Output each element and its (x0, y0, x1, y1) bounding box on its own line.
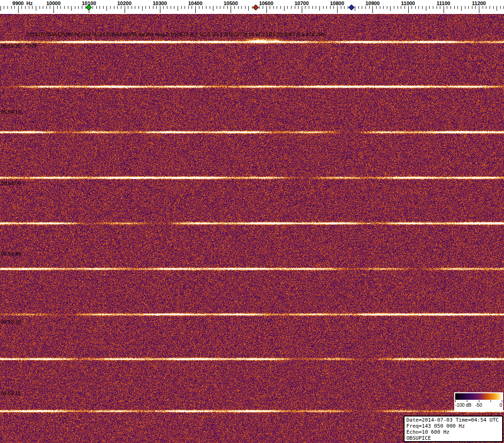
detection-annotation: 20140703045429380 hCnt42 nb-84 f10584 hi… (27, 32, 325, 37)
colorbar-panel: -100 dB -50 0 (454, 392, 503, 412)
colorbar-min-label: -100 dB (455, 403, 471, 408)
colorbar-tick (479, 400, 479, 402)
time-label: 06:54:30 (1, 43, 21, 49)
time-label: 06:53:30 (1, 319, 21, 324)
colorbar-tick (455, 400, 456, 402)
frequency-label: 10200 (117, 0, 132, 6)
colorbar-gradient (455, 393, 502, 400)
info-station-name: OBSUPICE (406, 435, 500, 441)
frequency-label: 10300 (153, 0, 167, 6)
info-date-line: Date=2014-07-03 Time=04:54 UTC (406, 417, 500, 423)
frequency-label: 10900 (365, 0, 380, 6)
info-echo-freq-line: Echo=10 600 Hz (406, 429, 500, 435)
ruler-tick-scale (0, 6, 504, 14)
frequency-label: 10400 (188, 0, 203, 6)
colorbar-labels: -100 dB -50 0 (455, 403, 502, 409)
frequency-label: 11200 (472, 0, 486, 6)
time-label: 06:53:15 (1, 390, 21, 396)
time-label: 06:54:15 (1, 109, 21, 115)
spectrogram-canvas[interactable] (0, 14, 504, 443)
frequency-label: 11000 (401, 0, 415, 6)
colorbar-tick (491, 400, 491, 402)
frequency-ruler: 9900Hz1000010100102001030010400105001060… (0, 0, 504, 14)
info-carrier-freq-line: Freq=143 050 000 Hz (406, 423, 500, 429)
frequency-label: 10500 (224, 0, 238, 6)
frequency-label: 9900 (13, 0, 24, 6)
spectrogram-app: 9900Hz1000010100102001030010400105001060… (0, 0, 504, 443)
time-offset-marker: ^t+29 (26, 43, 37, 48)
time-label: 06:53:45 (1, 251, 21, 257)
colorbar-mid-label: -50 (475, 403, 482, 408)
frequency-label: 10800 (330, 0, 345, 6)
frequency-label: 11100 (437, 0, 450, 6)
colorbar-tick (502, 400, 502, 402)
frequency-unit-label: Hz (27, 0, 33, 6)
colorbar-max-label: 0 (499, 403, 502, 408)
spectrogram-area: 20140703045429380 hCnt42 nb-84 f10584 hi… (0, 14, 504, 443)
info-box: Date=2014-07-03 Time=04:54 UTC Freq=143 … (404, 416, 503, 442)
frequency-label: 10700 (294, 0, 309, 6)
time-label: 06:54:00 (1, 180, 21, 186)
colorbar-tick (467, 400, 467, 402)
frequency-label: 10600 (259, 0, 273, 6)
frequency-label: 10000 (46, 0, 61, 6)
